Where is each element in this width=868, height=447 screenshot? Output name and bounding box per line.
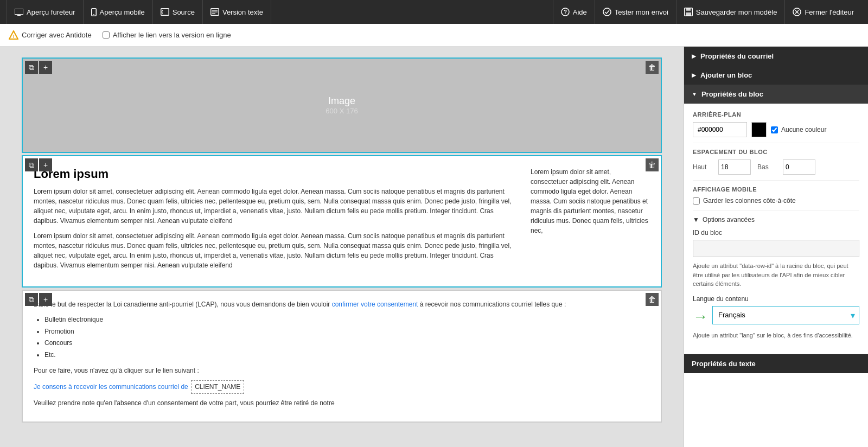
- bas-label: Bas: [757, 163, 776, 171]
- close-icon: [793, 8, 801, 16]
- text-delete-button[interactable]: 🗑: [646, 158, 659, 171]
- save-icon: [684, 8, 693, 16]
- svg-rect-15: [686, 8, 691, 11]
- sauvegarder-label: Sauvegarder mon modèle: [696, 8, 777, 16]
- courriel-section-label: Propriétés du courriel: [700, 52, 774, 60]
- text-icon: [210, 8, 219, 16]
- color-row: Aucune couleur: [693, 122, 859, 137]
- langue-select-wrapper: Français English ▾: [712, 306, 859, 324]
- langue-select[interactable]: Français English: [712, 306, 859, 324]
- bas-input[interactable]: [783, 159, 815, 175]
- aide-button[interactable]: ? Aide: [553, 0, 595, 24]
- footer-text4: Veuillez prendre note qu'en l'absence d'…: [34, 398, 650, 408]
- text-block-delete-area: 🗑: [646, 158, 659, 171]
- image-block[interactable]: ⧉ + 🗑 Image 600 X 176: [22, 58, 662, 153]
- consent-link2[interactable]: Je consens à recevoir les communications…: [34, 383, 188, 391]
- antidote-button[interactable]: ! Corriger avec Antidote: [9, 30, 92, 40]
- text-right-col: Lorem ipsum dolor sit amet, consectetuer…: [531, 167, 650, 235]
- sidebar-section-texte[interactable]: Propriétés du texte: [684, 354, 868, 373]
- text-block[interactable]: ⧉ + 🗑 Lorem ipsum Lorem ipsum dolor sit …: [22, 155, 662, 288]
- green-arrow-icon: →: [693, 308, 708, 325]
- spacing-row: Haut Bas: [693, 159, 859, 175]
- aide-label: Aide: [573, 8, 587, 16]
- svg-point-13: [603, 8, 611, 16]
- version-texte-button[interactable]: Version texte: [203, 0, 271, 24]
- bloc-arrow: ▼: [692, 91, 697, 97]
- lang-hint-text: Ajoute un attribut "lang" sur le bloc, à…: [693, 331, 859, 340]
- haut-input[interactable]: [718, 159, 751, 175]
- text-block-controls: ⧉ +: [25, 158, 52, 171]
- check-icon: [603, 8, 611, 16]
- text-copy-button[interactable]: ⧉: [25, 158, 38, 171]
- langue-label: Langue du contenu: [693, 295, 859, 303]
- advanced-toggle-label: Options avancées: [703, 216, 755, 224]
- svg-text:?: ?: [564, 9, 567, 15]
- editor-area[interactable]: ⧉ + 🗑 Image 600 X 176 ⧉ + 🗑: [0, 47, 684, 447]
- online-version-checkbox[interactable]: [103, 31, 110, 39]
- text-col-right: Lorem ipsum dolor sit amet, consectetuer…: [531, 167, 650, 276]
- mobile-columns-label: Garder les colonnes côte-à-côte: [703, 197, 796, 205]
- footer-block-delete-area: 🗑: [646, 293, 659, 306]
- list-item: Bulletin électronique: [44, 314, 650, 326]
- svg-rect-1: [17, 15, 21, 16]
- arriere-plan-label: ARRIÈRE-PLAN: [693, 111, 859, 118]
- advanced-toggle[interactable]: ▼ Options avancées: [693, 216, 859, 224]
- text-paragraph1: Lorem ipsum dolor sit amet, consectetuer…: [34, 187, 520, 226]
- source-button[interactable]: Source: [153, 0, 203, 24]
- sidebar-section-courriel[interactable]: ▶ Propriétés du courriel: [684, 47, 868, 66]
- sidebar-section-add-bloc[interactable]: ▶ Ajouter un bloc: [684, 66, 868, 85]
- footer-block[interactable]: ⧉ + 🗑 Dans le but de respecter la Loi ca…: [22, 290, 662, 423]
- sauvegarder-button[interactable]: Sauvegarder mon modèle: [676, 0, 785, 24]
- sidebar-bloc-body: ARRIÈRE-PLAN Aucune couleur ESPACEMENT D…: [684, 104, 868, 354]
- color-swatch[interactable]: [751, 122, 767, 137]
- consent-link1[interactable]: confirmer votre consentement: [332, 301, 418, 308]
- footer-block-controls: ⧉ +: [25, 293, 52, 306]
- id-du-bloc-input[interactable]: [693, 240, 859, 257]
- svg-line-6: [162, 12, 163, 14]
- online-version-row: Afficher le lien vers la version en lign…: [103, 31, 231, 39]
- svg-point-3: [93, 14, 94, 15]
- main-toolbar: Aperçu fureteur Aperçu mobile Source Ver…: [0, 0, 868, 24]
- haut-label: Haut: [693, 163, 712, 171]
- svg-rect-0: [15, 9, 23, 15]
- image-delete-button[interactable]: 🗑: [646, 61, 659, 74]
- id-du-bloc-label: ID du bloc: [693, 229, 859, 237]
- tester-button[interactable]: Tester mon envoi: [595, 0, 676, 24]
- online-version-label: Afficher le lien vers la version en lign…: [113, 31, 231, 39]
- text-add-button[interactable]: +: [39, 158, 52, 171]
- image-block-wrapper: ⧉ + 🗑 Image 600 X 176: [22, 58, 662, 153]
- svg-text:!: !: [13, 34, 15, 39]
- image-size: 600 X 176: [326, 107, 358, 115]
- fermer-button[interactable]: Fermer l'éditeur: [784, 0, 861, 24]
- espacement-label: ESPACEMENT DU BLOC: [693, 149, 859, 155]
- apercu-fureteur-button[interactable]: Aperçu fureteur: [7, 0, 84, 24]
- apercu-mobile-button[interactable]: Aperçu mobile: [84, 0, 153, 24]
- color-input[interactable]: [693, 122, 747, 137]
- id-hint-text: Ajoute un attribut "data-row-id" à la ra…: [693, 261, 859, 289]
- no-color-checkbox[interactable]: [771, 126, 778, 133]
- courriel-arrow: ▶: [692, 53, 696, 59]
- code-icon: [161, 8, 169, 16]
- apercu-mobile-label: Aperçu mobile: [100, 8, 145, 16]
- text-block-wrapper: ⧉ + 🗑 Lorem ipsum Lorem ipsum dolor sit …: [22, 155, 662, 288]
- apercu-fureteur-label: Aperçu fureteur: [27, 8, 75, 16]
- footer-text3: Pour ce faire, vous n'avez qu'à cliquer …: [34, 366, 650, 376]
- footer-add-button[interactable]: +: [39, 293, 52, 306]
- image-add-button[interactable]: +: [39, 61, 52, 74]
- svg-line-5: [162, 10, 163, 12]
- langue-row: → Français English ▾: [693, 306, 859, 328]
- image-copy-button[interactable]: ⧉: [25, 61, 38, 74]
- text-col-left: Lorem ipsum Lorem ipsum dolor sit amet, …: [34, 167, 520, 276]
- tester-label: Tester mon envoi: [615, 8, 668, 16]
- version-texte-label: Version texte: [222, 8, 263, 16]
- image-label: Image: [328, 95, 355, 107]
- sidebar-section-bloc[interactable]: ▼ Propriétés du bloc: [684, 85, 868, 104]
- bloc-section-label: Propriétés du bloc: [701, 90, 763, 98]
- footer-delete-button[interactable]: 🗑: [646, 293, 659, 306]
- toolbar-left: Aperçu fureteur Aperçu mobile Source Ver…: [7, 0, 271, 24]
- footer-copy-button[interactable]: ⧉: [25, 293, 38, 306]
- mobile-columns-checkbox[interactable]: [693, 197, 700, 205]
- secondary-toolbar: ! Corriger avec Antidote Afficher le lie…: [0, 24, 868, 47]
- source-label: Source: [173, 8, 195, 16]
- svg-rect-16: [686, 12, 691, 16]
